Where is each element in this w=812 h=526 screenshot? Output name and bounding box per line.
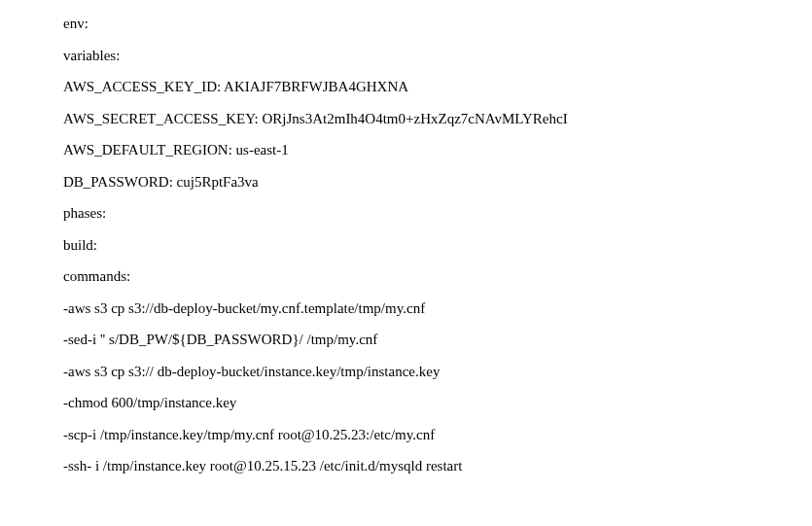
config-line-aws-default-region: AWS_DEFAULT_REGION: us-east-1	[63, 141, 783, 160]
config-line-cmd-s3-cp-template: -aws s3 cp s3://db-deploy-bucket/my.cnf.…	[63, 299, 783, 319]
config-line-aws-secret-access-key: AWS_SECRET_ACCESS_KEY: ORjJns3At2mIh4O4t…	[63, 110, 783, 129]
config-line-env: env:	[63, 15, 783, 34]
config-line-cmd-s3-cp-key: -aws s3 cp s3:// db-deploy-bucket/instan…	[63, 363, 783, 382]
config-line-cmd-sed: -sed-i '' s/DB_PW/${DB_PASSWORD}/ /tmp/m…	[63, 331, 783, 350]
code-block: env: variables: AWS_ACCESS_KEY_ID: AKIAJ…	[0, 0, 812, 476]
config-line-variables: variables:	[63, 47, 783, 66]
config-line-db-password: DB_PASSWORD: cuj5RptFa3va	[63, 173, 783, 193]
config-line-commands: commands:	[63, 267, 783, 287]
config-line-aws-access-key-id: AWS_ACCESS_KEY_ID: AKIAJF7BRFWJBA4GHXNA	[63, 78, 783, 97]
config-line-cmd-chmod: -chmod 600/tmp/instance.key	[63, 394, 783, 413]
config-line-cmd-scp: -scp-i /tmp/instance.key/tmp/my.cnf root…	[63, 426, 783, 445]
config-line-build: build:	[63, 236, 783, 256]
config-line-cmd-ssh: -ssh- i /tmp/instance.key root@10.25.15.…	[63, 457, 783, 476]
config-line-phases: phases:	[63, 204, 783, 224]
